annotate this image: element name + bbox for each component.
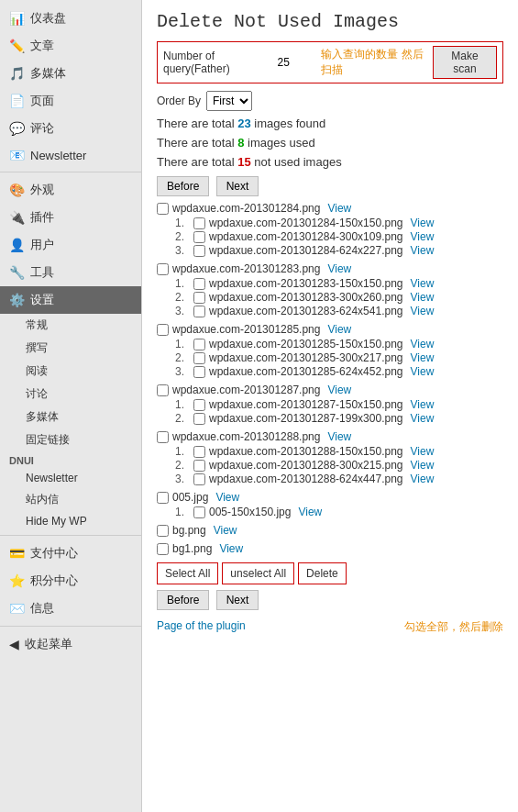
sidebar-sub-general[interactable]: 常规 <box>17 314 141 337</box>
sub-view-link[interactable]: View <box>411 230 435 243</box>
sub-checkbox[interactable] <box>193 217 205 229</box>
image-group-1-checkbox[interactable] <box>157 263 169 275</box>
image-group-4-view[interactable]: View <box>327 430 351 443</box>
nav-buttons-bottom: Before Next <box>157 590 503 610</box>
sub-checkbox[interactable] <box>193 306 205 317</box>
sub-checkbox[interactable] <box>193 473 205 485</box>
sidebar-item-appearance[interactable]: 🎨 外观 <box>0 176 141 204</box>
dashboard-icon: 📊 <box>9 11 25 26</box>
sub-checkbox[interactable] <box>193 352 205 364</box>
list-item: 1. wpdaxue.com-201301284-150x150.png Vie… <box>175 217 503 229</box>
sidebar-item-collapse[interactable]: ◀ 收起菜单 <box>0 630 141 658</box>
sub-view-link[interactable]: View <box>411 365 435 378</box>
image-group-0-checkbox[interactable] <box>157 203 169 215</box>
sub-checkbox[interactable] <box>193 506 205 518</box>
image-group-4-header: wpdaxue.com-201301288.png View <box>157 430 503 443</box>
sub-checkbox[interactable] <box>193 399 205 411</box>
image-group-5-view[interactable]: View <box>215 491 239 504</box>
list-item: 3. wpdaxue.com-201301284-624x227.png Vie… <box>175 244 503 257</box>
before-button-bottom[interactable]: Before <box>157 590 209 610</box>
sidebar-sub-discussion[interactable]: 讨论 <box>17 383 141 406</box>
image-group-7-view[interactable]: View <box>219 542 243 555</box>
next-button-bottom[interactable]: Next <box>216 590 259 610</box>
image-group-6-view[interactable]: View <box>214 524 237 537</box>
sub-view-link[interactable]: View <box>411 277 435 290</box>
image-group-0-view[interactable]: View <box>327 202 351 215</box>
sidebar-sub-reading[interactable]: 阅读 <box>17 360 141 383</box>
sub-view-link[interactable]: View <box>411 291 435 304</box>
image-group-5-subs: 1. 005-150x150.jpg View <box>157 506 503 518</box>
main-content: Delete Not Used Images Number of query(F… <box>142 0 518 812</box>
sub-view-link[interactable]: View <box>411 338 435 350</box>
sub-view-link[interactable]: View <box>411 459 435 472</box>
sidebar-item-media[interactable]: 🎵 多媒体 <box>0 60 141 87</box>
sub-checkbox[interactable] <box>193 231 205 243</box>
order-select[interactable]: First <box>206 91 252 111</box>
sidebar-dnui-hidemywp[interactable]: Hide My WP <box>17 511 141 531</box>
image-group-5-header: 005.jpg View <box>157 491 503 504</box>
sub-view-link[interactable]: View <box>411 412 435 425</box>
sub-view-link[interactable]: View <box>411 217 435 229</box>
list-item: 2. wpdaxue.com-201301288-300x215.png Vie… <box>175 459 503 472</box>
image-group-2-view[interactable]: View <box>327 323 351 336</box>
sub-view-link[interactable]: View <box>411 351 435 364</box>
query-input[interactable] <box>277 56 314 69</box>
image-group-3-view[interactable]: View <box>327 384 351 396</box>
sidebar-item-payment[interactable]: 💳 支付中心 <box>0 539 141 567</box>
sidebar-item-pages[interactable]: 📄 页面 <box>0 87 141 115</box>
image-group-1-view[interactable]: View <box>327 262 351 275</box>
sidebar-item-settings[interactable]: ⚙️ 设置 <box>0 286 141 314</box>
sub-view-link[interactable]: View <box>298 506 322 518</box>
unselect-all-button[interactable]: unselect All <box>222 562 294 584</box>
image-group-7-checkbox[interactable] <box>157 543 169 555</box>
next-button-top[interactable]: Next <box>216 176 259 196</box>
image-group-6-checkbox[interactable] <box>157 525 169 537</box>
sidebar-sub-permalinks[interactable]: 固定链接 <box>17 428 141 451</box>
stats-unused: There are total 15 not used images <box>157 155 503 169</box>
sidebar-item-posts[interactable]: ✏️ 文章 <box>0 32 141 60</box>
image-group-3: wpdaxue.com-201301287.png View 1. wpdaxu… <box>157 384 503 425</box>
list-item: 2. wpdaxue.com-201301284-300x109.png Vie… <box>175 230 503 243</box>
sub-view-link[interactable]: View <box>411 305 435 317</box>
sidebar-item-newsletter[interactable]: 📧 Newsletter <box>0 142 141 168</box>
sub-checkbox[interactable] <box>193 460 205 472</box>
sidebar-item-dashboard[interactable]: 📊 仪表盘 <box>0 5 141 32</box>
sidebar-item-comments[interactable]: 💬 评论 <box>0 115 141 142</box>
plugin-link[interactable]: Page of the plugin <box>157 619 246 632</box>
sidebar-sub-writing[interactable]: 撰写 <box>17 337 141 360</box>
sub-view-link[interactable]: View <box>411 445 435 458</box>
sub-checkbox[interactable] <box>193 446 205 458</box>
sub-view-link[interactable]: View <box>411 244 435 257</box>
sidebar-item-tools[interactable]: 🔧 工具 <box>0 259 141 286</box>
image-group-3-checkbox[interactable] <box>157 384 169 396</box>
image-group-5-checkbox[interactable] <box>157 492 169 504</box>
stats-found: There are total 23 images found <box>157 117 503 130</box>
sub-checkbox[interactable] <box>193 339 205 350</box>
sidebar-divider-2 <box>0 535 141 536</box>
image-group-2-checkbox[interactable] <box>157 324 169 336</box>
sub-checkbox[interactable] <box>193 366 205 378</box>
order-label: Order By <box>157 95 201 107</box>
make-scan-button[interactable]: Make scan <box>433 46 497 79</box>
sidebar-sub-media[interactable]: 多媒体 <box>17 406 141 428</box>
sidebar-dnui-newsletter[interactable]: Newsletter <box>17 468 141 488</box>
sub-checkbox[interactable] <box>193 292 205 304</box>
image-group-4-checkbox[interactable] <box>157 431 169 443</box>
list-item: 2. wpdaxue.com-201301283-300x260.png Vie… <box>175 291 503 304</box>
sidebar-dnui-insite[interactable]: 站内信 <box>17 488 141 511</box>
sidebar-item-info[interactable]: ✉️ 信息 <box>0 595 141 622</box>
sub-view-link[interactable]: View <box>411 398 435 411</box>
newsletter-icon: 📧 <box>9 148 25 162</box>
before-button-top[interactable]: Before <box>157 176 209 196</box>
appearance-icon: 🎨 <box>9 183 25 197</box>
delete-button[interactable]: Delete <box>298 562 347 584</box>
list-item: 1. wpdaxue.com-201301283-150x150.png Vie… <box>175 277 503 290</box>
sub-checkbox[interactable] <box>193 413 205 425</box>
sidebar-item-plugins[interactable]: 🔌 插件 <box>0 204 141 231</box>
sub-checkbox[interactable] <box>193 278 205 290</box>
sidebar-item-credits[interactable]: ⭐ 积分中心 <box>0 567 141 595</box>
sub-checkbox[interactable] <box>193 245 205 257</box>
select-all-button[interactable]: Select All <box>157 562 218 584</box>
sub-view-link[interactable]: View <box>411 473 435 485</box>
sidebar-item-users[interactable]: 👤 用户 <box>0 231 141 259</box>
